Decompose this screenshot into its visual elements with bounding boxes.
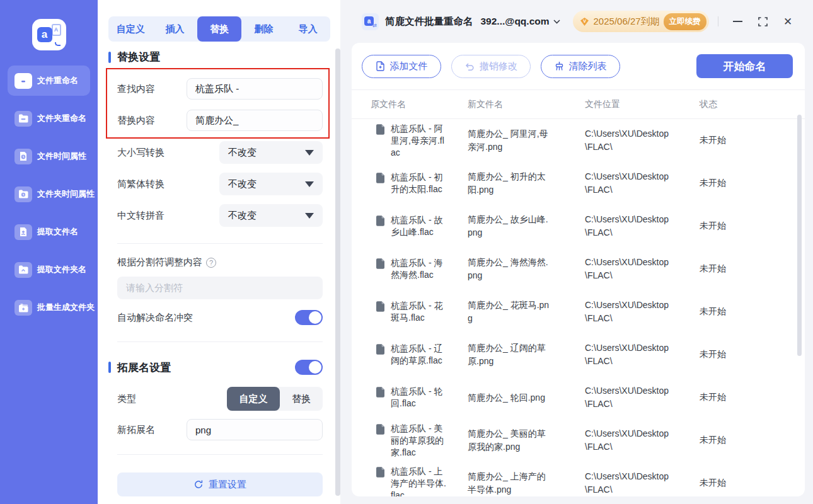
tab-insert[interactable]: 插入 (153, 16, 197, 42)
sidebar-item-label: 批量生成文件夹 (37, 302, 95, 313)
traditional-convert-row: 简繁体转换 不改变 (117, 173, 323, 195)
original-filename: 杭盖乐队 - 轮回.flac (391, 386, 447, 410)
refresh-icon (193, 479, 204, 490)
traditional-convert-select[interactable]: 不改变 (219, 173, 323, 195)
new-filename: 简鹿办公_ 初升的太阳.png (468, 170, 551, 197)
sidebar-item-label: 文件夹重命名 (37, 113, 86, 124)
original-filename: 杭盖乐队 - 美丽的草原我的家.flac (391, 423, 447, 459)
new-filename: 简鹿办公_ 上海产的半导体.png (468, 470, 551, 496)
tab-import[interactable]: 导入 (286, 16, 330, 42)
file-location: C:\Users\XU\Desktop\FLAC\ (585, 299, 669, 325)
pinyin-convert-select[interactable]: 不改变 (219, 204, 323, 227)
help-icon[interactable]: ? (206, 258, 216, 268)
conflict-toggle[interactable] (295, 310, 323, 325)
sidebar-item-label: 提取文件名 (37, 226, 78, 238)
file-icon (376, 467, 385, 478)
app-window: A a 文件重命名 文件夹重命名 文件时间属性 (0, 0, 813, 504)
file-location: C:\Users\XU\Desktop\FLAC\ (585, 427, 669, 454)
sidebar-item-file-time[interactable]: 文件时间属性 (8, 141, 90, 171)
find-content-row: 查找内容 杭盖乐队 - (117, 78, 323, 100)
select-value: 不改变 (228, 178, 257, 190)
sidebar-item-label: 文件夹时间属性 (37, 188, 95, 200)
dropdown-arrow-icon (305, 213, 314, 219)
status-text: 未开始 (700, 135, 805, 146)
sidebar-item-folder-time[interactable]: 文件夹时间属性 (8, 179, 90, 209)
find-content-input[interactable]: 杭盖乐队 - (187, 78, 323, 100)
renew-button[interactable]: 立即续费 (664, 13, 706, 30)
table-row[interactable]: 杭盖乐队 - 阿里河,母亲河.flac 简鹿办公_ 阿里河,母亲河.png C:… (352, 119, 805, 162)
column-header-new: 新文件名 (468, 99, 585, 110)
original-filename: 杭盖乐队 - 海然海然.flac (391, 257, 447, 281)
type-option-replace[interactable]: 替换 (280, 387, 323, 411)
replace-content-input[interactable]: 简鹿办公_ (187, 110, 323, 131)
extract-foldername-icon (14, 262, 32, 278)
table-row[interactable]: 杭盖乐队 - 花斑马.flac 简鹿办公_ 花斑马.png C:\Users\X… (352, 290, 805, 333)
replace-settings-heading: 替换设置 (108, 50, 323, 64)
file-icon (376, 173, 385, 183)
table-row[interactable]: 杭盖乐队 - 辽阔的草原.flac 简鹿办公_ 辽阔的草原.png C:\Use… (352, 333, 805, 376)
sidebar-item-label: 文件时间属性 (37, 151, 86, 162)
new-extension-input[interactable]: png (187, 419, 323, 440)
clear-list-button[interactable]: 清除列表 (541, 55, 620, 78)
new-filename: 简鹿办公_ 阿里河,母亲河.png (468, 127, 551, 154)
original-filename: 杭盖乐队 - 阿里河,母亲河.flac (391, 123, 447, 159)
sidebar-item-folder-rename[interactable]: 文件夹重命名 (8, 103, 90, 134)
start-rename-button[interactable]: 开始命名 (696, 54, 793, 78)
divider (117, 243, 323, 244)
main-area: a ⇄ 简鹿文件批量重命名 392...@qq.com V 2025/06/27… (340, 0, 813, 504)
reset-button-label: 重置设置 (209, 479, 246, 491)
original-filename: 杭盖乐队 - 花斑马.flac (391, 300, 447, 324)
sidebar: A a 文件重命名 文件夹重命名 文件时间属性 (0, 0, 98, 504)
undo-button[interactable]: 撤销修改 (451, 55, 531, 78)
sidebar-item-batch-create-folder[interactable]: 批量生成文件夹 (8, 292, 90, 323)
extension-settings-heading: 拓展名设置 (108, 360, 323, 375)
close-button[interactable]: ✕ (775, 10, 800, 33)
tab-delete[interactable]: 删除 (241, 16, 285, 42)
file-icon (376, 387, 385, 398)
minimize-button[interactable] (725, 10, 750, 33)
chevron-down-icon (553, 20, 560, 24)
logo-doc-icon: A (52, 24, 61, 36)
reset-settings-button[interactable]: 重置设置 (117, 472, 323, 496)
maximize-button[interactable] (750, 10, 775, 33)
titlebar-icon-sub: ⇄ (372, 23, 377, 28)
table-row[interactable]: 杭盖乐队 - 海然海然.flac 简鹿办公_ 海然海然.png C:\Users… (352, 248, 805, 290)
undo-icon (464, 62, 475, 71)
account-email: 392...@qq.com (481, 16, 550, 27)
sidebar-item-extract-foldername[interactable]: 提取文件夹名 (8, 255, 90, 285)
svg-text:V: V (583, 18, 586, 23)
separator-input[interactable]: 请输入分割符 (117, 277, 323, 299)
sidebar-item-label: 提取文件夹名 (37, 264, 86, 275)
divider (117, 454, 323, 455)
file-icon (376, 424, 385, 435)
sidebar-item-extract-filename[interactable]: 提取文件名 (8, 217, 90, 247)
new-filename: 简鹿办公_ 辽阔的草原.png (468, 341, 551, 368)
file-time-icon (14, 149, 32, 164)
add-files-button[interactable]: 添加文件 (362, 55, 441, 78)
status-text: 未开始 (700, 392, 805, 403)
license-badge: V 2025/06/27到期 立即续费 (573, 11, 709, 32)
settings-panel: 自定义 插入 替换 删除 导入 替换设置 查找内容 杭盖乐队 - 替换内容 简鹿… (98, 0, 340, 504)
account-menu[interactable]: 392...@qq.com (481, 16, 560, 27)
new-filename: 简鹿办公_ 海然海然.png (468, 256, 551, 282)
table-row[interactable]: 杭盖乐队 - 初升的太阳.flac 简鹿办公_ 初升的太阳.png C:\Use… (352, 162, 805, 205)
sidebar-item-file-rename[interactable]: 文件重命名 (8, 66, 90, 96)
table-row[interactable]: 杭盖乐队 - 美丽的草原我的家.flac 简鹿办公_ 美丽的草原我的家.png … (352, 419, 805, 462)
extension-toggle[interactable] (295, 360, 323, 375)
dropdown-arrow-icon (305, 181, 314, 187)
table-row[interactable]: 杭盖乐队 - 上海产的半导体.flac 简鹿办公_ 上海产的半导体.png C:… (352, 462, 805, 496)
table-row[interactable]: 杭盖乐队 - 故乡山峰.flac 简鹿办公_ 故乡山峰.png C:\Users… (352, 205, 805, 248)
table-row[interactable]: 杭盖乐队 - 轮回.flac 简鹿办公_ 轮回.png C:\Users\XU\… (352, 376, 805, 419)
find-content-label: 查找内容 (117, 83, 187, 95)
heading-accent-bar (108, 52, 111, 63)
case-convert-select[interactable]: 不改变 (219, 141, 323, 164)
replace-content-row: 替换内容 简鹿办公_ (117, 110, 323, 131)
folder-rename-icon (14, 111, 32, 127)
file-icon (376, 258, 385, 269)
type-option-custom[interactable]: 自定义 (227, 387, 280, 411)
tab-custom[interactable]: 自定义 (108, 16, 153, 42)
pinyin-convert-label: 中文转拼音 (117, 210, 219, 222)
tab-replace[interactable]: 替换 (197, 16, 241, 42)
panel-scrollbar[interactable] (335, 49, 340, 496)
table-scrollbar[interactable] (797, 115, 802, 356)
